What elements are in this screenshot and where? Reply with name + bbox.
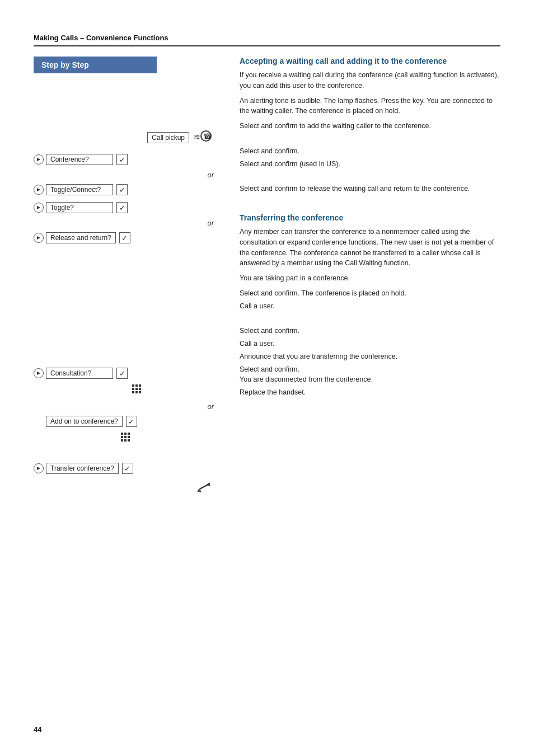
keypad-icon-2 [120,431,133,448]
step-row-add-on: Add on to conference? ✓ [34,413,224,430]
or-row-2: or [34,217,224,228]
page-number: 44 [34,725,41,734]
announce-desc: Announce that you are transferring the c… [240,351,500,362]
svg-rect-17 [139,391,141,393]
consultation-arrow[interactable] [34,368,44,378]
consultation-label[interactable]: Consultation? [46,368,113,379]
call-pickup-label: Call pickup [147,132,189,143]
transfer-step-desc: Select and confirm.You are disconnected … [240,364,500,386]
add-on-step-desc: Select and confirm. [240,326,500,336]
svg-rect-25 [124,439,127,442]
svg-rect-18 [121,433,123,435]
call-pickup-area: Call pickup ≋ ☎ [34,128,224,147]
transferring-para1: Any member can transfer the conference t… [240,227,500,269]
main-layout: Step by Step Call pickup ≋ [34,57,500,498]
handset-row [34,480,224,497]
svg-rect-26 [128,439,130,442]
accepting-title: Accepting a waiting call and adding it t… [240,57,500,65]
call-user-1-desc: Call a user. [240,301,500,312]
call-user-2-desc: Call a user. [240,339,500,349]
svg-rect-13 [135,388,138,390]
toggle-arrow[interactable] [34,203,44,213]
conference-label[interactable]: Conference? [46,154,113,165]
page-header: Making Calls – Convenience Functions [34,34,500,46]
release-check[interactable]: ✓ [119,232,130,243]
svg-rect-21 [121,436,123,438]
step-row-transfer: Transfer conference? ✓ [34,460,224,477]
svg-rect-23 [128,436,130,438]
transfer-check[interactable]: ✓ [122,463,133,474]
accepting-para2: An alerting tone is audible. The lamp fl… [240,96,500,117]
svg-rect-10 [135,384,138,387]
transfer-arrow[interactable] [34,463,44,473]
keypad-icon-1 [131,383,144,400]
svg-marker-8 [37,372,40,375]
add-on-check[interactable]: ✓ [126,416,137,427]
svg-marker-27 [37,467,40,470]
svg-rect-24 [121,439,123,442]
svg-text:≋: ≋ [194,132,200,141]
svg-rect-9 [132,384,134,387]
keypad-row-1 [34,383,224,400]
svg-text:☎: ☎ [203,132,212,140]
keypad-row-2 [34,431,224,448]
transferring-para2: You are taking part in a conference. [240,273,500,284]
conference-check[interactable]: ✓ [116,154,128,165]
step-row-toggle-connect: Toggle/Connect? ✓ [34,181,224,198]
svg-rect-15 [132,391,134,393]
toggle-connect-label[interactable]: Toggle/Connect? [46,184,113,195]
step-by-step-box: Step by Step [34,57,157,73]
conference-step-desc: Select and confirm to add the waiting ca… [240,121,500,132]
toggle-connect-arrow[interactable] [34,185,44,195]
svg-rect-12 [132,388,134,390]
toggle-check[interactable]: ✓ [116,202,128,213]
right-column: Accepting a waiting call and adding it t… [224,57,500,498]
left-inner: Call pickup ≋ ☎ [34,73,224,497]
step-row-consultation: Consultation? ✓ [34,365,224,382]
transferring-title: Transferring the conference [240,213,500,222]
replace-handset-desc: Replace the handset. [240,387,500,398]
left-column: Step by Step Call pickup ≋ [34,57,224,498]
svg-rect-20 [128,433,130,435]
toggle-connect-check[interactable]: ✓ [116,184,128,195]
page: Making Calls – Convenience Functions Ste… [0,0,534,756]
svg-marker-7 [37,236,40,240]
conference-arrow[interactable] [34,154,44,165]
release-arrow[interactable] [34,233,44,243]
accepting-para1: If you receive a waiting call during the… [240,70,500,91]
svg-marker-4 [37,158,40,161]
step-row-conference: Conference? ✓ [34,151,224,168]
svg-rect-11 [139,384,141,387]
phone-ringing-icon: ≋ ☎ [194,128,212,147]
toggle-label[interactable]: Toggle? [46,202,113,213]
svg-rect-19 [124,433,127,435]
consultation-check[interactable]: ✓ [116,368,128,379]
step-row-toggle: Toggle? ✓ [34,199,224,216]
toggle-step-desc: Select and confirm (used in US). [240,159,500,170]
svg-rect-14 [139,388,141,390]
or-row-3: or [34,401,224,412]
step-row-release: Release and return? ✓ [34,229,224,246]
toggle-connect-step-desc: Select and confirm. [240,146,500,157]
page-header-title: Making Calls – Convenience Functions [34,34,168,42]
svg-marker-6 [37,206,40,209]
transfer-label[interactable]: Transfer conference? [46,463,119,474]
svg-marker-5 [37,188,40,191]
consultation-step-desc: Select and confirm. The conference is pl… [240,288,500,299]
release-step-desc: Select and confirm to release the waitin… [240,184,500,194]
svg-rect-16 [135,391,138,393]
or-row-1: or [34,169,224,180]
svg-rect-22 [124,436,127,438]
release-label[interactable]: Release and return? [46,232,116,243]
add-on-label[interactable]: Add on to conference? [46,416,123,427]
handset-icon [196,481,212,496]
